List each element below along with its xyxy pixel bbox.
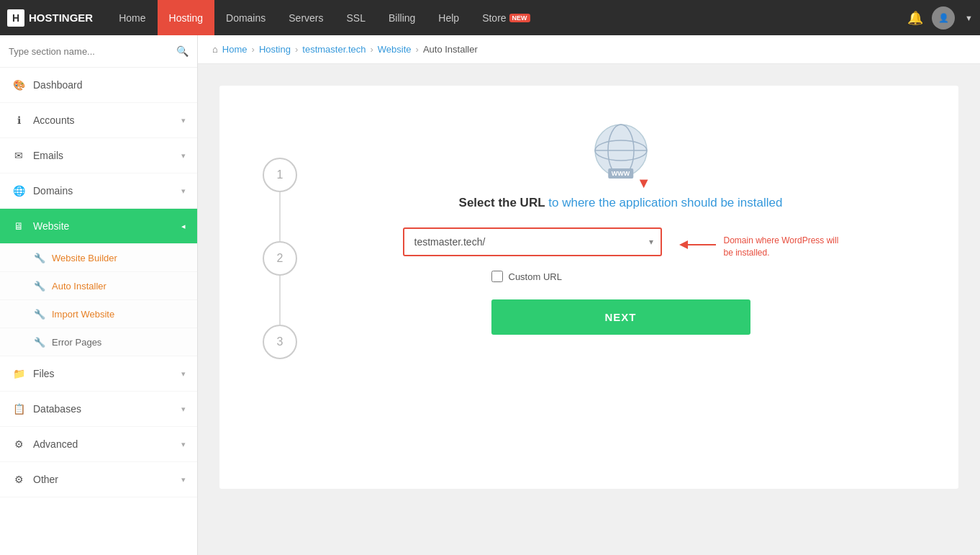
annotation-wrap: Domain where WordPress will be installed… bbox=[676, 235, 839, 259]
bell-icon[interactable]: 🔔 bbox=[907, 10, 923, 26]
sidebar: 🔍 🎨 Dashboard ℹ Accounts ▾ ✉ Emails ▾ 🌐 … bbox=[0, 35, 198, 555]
sidebar-item-other[interactable]: ⚙ Other ▾ bbox=[0, 462, 197, 497]
sidebar-item-domains[interactable]: 🌐 Domains ▾ bbox=[0, 173, 197, 209]
chevron-down-icon: ▾ bbox=[181, 186, 186, 196]
red-arrow-svg bbox=[676, 235, 720, 255]
sidebar-item-label: Other bbox=[33, 474, 181, 485]
sidebar-item-databases[interactable]: 📋 Databases ▾ bbox=[0, 392, 197, 427]
logo-text: HOSTINGER bbox=[29, 12, 93, 24]
heading-bold: Select the URL bbox=[459, 196, 545, 209]
subitem-label: Import Website bbox=[52, 309, 114, 320]
emails-icon: ✉ bbox=[12, 148, 26, 163]
breadcrumb-website[interactable]: Website bbox=[378, 44, 412, 55]
logo-icon: H bbox=[7, 9, 24, 27]
breadcrumb-domain[interactable]: testmaster.tech bbox=[302, 44, 366, 55]
breadcrumb-hosting[interactable]: Hosting bbox=[259, 44, 291, 55]
avatar[interactable]: 👤 bbox=[932, 6, 955, 30]
advanced-icon: ⚙ bbox=[12, 437, 26, 451]
content-area: 1 2 3 bbox=[198, 64, 980, 510]
content-column: WWW ▼ Select the URL to where the applic… bbox=[326, 114, 915, 335]
sidebar-subitem-import-website[interactable]: 🔧 Import Website bbox=[0, 300, 197, 328]
chevron-left-icon: ◂ bbox=[181, 222, 186, 231]
home-icon: ⌂ bbox=[212, 44, 218, 55]
sidebar-item-emails[interactable]: ✉ Emails ▾ bbox=[0, 138, 197, 173]
nav-domains[interactable]: Domains bbox=[214, 0, 277, 35]
nav-arrow: ▼ bbox=[965, 14, 973, 22]
subitem-label: Website Builder bbox=[52, 253, 117, 263]
nav-right: 🔔 👤 ▼ bbox=[907, 6, 973, 30]
sidebar-subitem-auto-installer[interactable]: 🔧 Auto Installer bbox=[0, 272, 197, 300]
url-row: testmaster.tech/ ▾ bbox=[326, 227, 915, 266]
sidebar-item-label: Dashboard bbox=[33, 79, 186, 91]
nav-help[interactable]: Help bbox=[427, 0, 471, 35]
import-website-icon: 🔧 bbox=[33, 307, 46, 320]
top-nav: H HOSTINGER Home Hosting Domains Servers… bbox=[0, 0, 980, 35]
sidebar-subitem-website-builder[interactable]: 🔧 Website Builder bbox=[0, 244, 197, 272]
error-pages-icon: 🔧 bbox=[33, 335, 46, 348]
search-input[interactable] bbox=[9, 46, 171, 57]
custom-url-label[interactable]: Custom URL bbox=[509, 271, 562, 282]
nav-servers[interactable]: Servers bbox=[277, 0, 335, 35]
breadcrumb: ⌂ Home › Hosting › testmaster.tech › Web… bbox=[198, 35, 980, 64]
chevron-down-icon: ▾ bbox=[181, 151, 186, 161]
sidebar-item-label: Domains bbox=[33, 185, 181, 197]
website-builder-icon: 🔧 bbox=[33, 251, 46, 264]
breadcrumb-current: Auto Installer bbox=[423, 44, 478, 55]
next-button[interactable]: NEXT bbox=[491, 299, 750, 335]
steps-column: 1 2 3 bbox=[263, 114, 297, 359]
sidebar-item-label: Advanced bbox=[33, 438, 181, 450]
subitem-label: Auto Installer bbox=[52, 281, 106, 292]
sidebar-item-label: Website bbox=[33, 220, 181, 232]
step-2: 2 bbox=[263, 241, 297, 276]
layout: 🔍 🎨 Dashboard ℹ Accounts ▾ ✉ Emails ▾ 🌐 … bbox=[0, 35, 980, 555]
custom-url-checkbox[interactable] bbox=[491, 271, 503, 282]
select-url-heading: Select the URL to where the application … bbox=[459, 196, 783, 210]
domains-icon: 🌐 bbox=[12, 184, 26, 198]
nav-items: Home Hosting Domains Servers SSL Billing… bbox=[107, 0, 907, 35]
chevron-down-icon: ▾ bbox=[181, 440, 186, 449]
databases-icon: 📋 bbox=[12, 402, 26, 416]
breadcrumb-home[interactable]: Home bbox=[222, 44, 248, 55]
nav-hosting[interactable]: Hosting bbox=[158, 0, 214, 35]
sidebar-item-label: Accounts bbox=[33, 114, 181, 126]
logo: H HOSTINGER bbox=[7, 9, 93, 27]
chevron-down-icon: ▾ bbox=[181, 405, 186, 414]
sidebar-item-label: Files bbox=[33, 368, 181, 379]
dashboard-icon: 🎨 bbox=[12, 78, 26, 92]
sidebar-search-wrap: 🔍 bbox=[0, 35, 197, 68]
subitem-label: Error Pages bbox=[52, 337, 101, 348]
sidebar-item-advanced[interactable]: ⚙ Advanced ▾ bbox=[0, 427, 197, 462]
sidebar-item-label: Databases bbox=[33, 403, 181, 415]
sidebar-item-accounts[interactable]: ℹ Accounts ▾ bbox=[0, 103, 197, 138]
nav-ssl[interactable]: SSL bbox=[335, 0, 377, 35]
custom-url-row: Custom URL bbox=[491, 271, 562, 282]
search-icon: 🔍 bbox=[176, 45, 189, 57]
website-icon: 🖥 bbox=[12, 219, 26, 233]
sidebar-item-label: Emails bbox=[33, 150, 181, 161]
nav-store[interactable]: Store NEW bbox=[471, 0, 541, 35]
step-line-1 bbox=[279, 192, 281, 241]
store-badge: NEW bbox=[509, 14, 530, 22]
sidebar-item-website[interactable]: 🖥 Website ◂ bbox=[0, 209, 197, 244]
main-content: ⌂ Home › Hosting › testmaster.tech › Web… bbox=[198, 35, 980, 555]
step-line-2 bbox=[279, 276, 281, 325]
annotation-text: Domain where WordPress will be installed… bbox=[724, 235, 839, 259]
content-card: 1 2 3 bbox=[219, 86, 958, 489]
url-select[interactable]: testmaster.tech/ bbox=[404, 229, 661, 255]
nav-billing[interactable]: Billing bbox=[377, 0, 427, 35]
sidebar-item-files[interactable]: 📁 Files ▾ bbox=[0, 356, 197, 392]
nav-home[interactable]: Home bbox=[107, 0, 157, 35]
www-badge: WWW bbox=[608, 168, 633, 179]
www-icon-wrap: WWW ▼ bbox=[592, 122, 650, 181]
chevron-down-icon: ▾ bbox=[181, 369, 186, 379]
accounts-icon: ℹ bbox=[12, 113, 26, 127]
chevron-down-icon: ▾ bbox=[181, 116, 186, 125]
chevron-down-icon: ▾ bbox=[181, 475, 186, 484]
url-select-wrap: testmaster.tech/ ▾ bbox=[403, 227, 662, 256]
other-icon: ⚙ bbox=[12, 472, 26, 487]
sidebar-subitem-error-pages[interactable]: 🔧 Error Pages bbox=[0, 328, 197, 356]
heading-rest: to where the application should be insta… bbox=[545, 196, 783, 209]
sidebar-subitems: 🔧 Website Builder 🔧 Auto Installer 🔧 Imp… bbox=[0, 244, 197, 356]
sidebar-item-dashboard[interactable]: 🎨 Dashboard bbox=[0, 68, 197, 103]
auto-installer-icon: 🔧 bbox=[33, 279, 46, 292]
